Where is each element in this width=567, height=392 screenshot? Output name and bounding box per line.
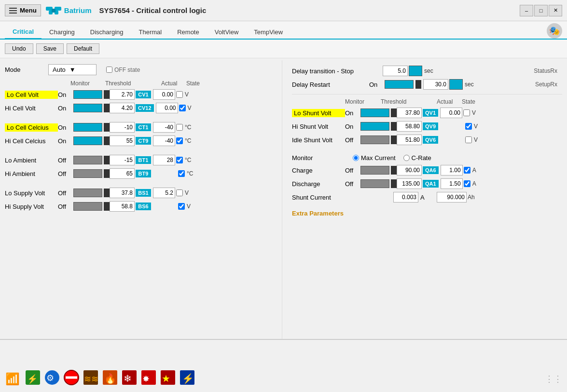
hi-cell-celsius-check[interactable] (176, 137, 183, 144)
hi-cell-volt-check[interactable] (179, 105, 186, 111)
lo-cell-volt-actual[interactable] (153, 89, 175, 100)
discharge-check[interactable] (464, 180, 470, 187)
lo-shunt-volt-check[interactable] (463, 109, 470, 116)
lo-supply-volt-actual[interactable] (153, 188, 175, 198)
wave-icon[interactable]: ≋≋ (82, 369, 99, 386)
default-button[interactable]: Default (67, 43, 99, 54)
hi-shunt-volt-check[interactable] (465, 123, 472, 130)
max-current-radio[interactable] (353, 155, 359, 161)
star-icon[interactable]: ★ (159, 369, 177, 386)
charge-threshold[interactable] (397, 165, 422, 176)
lightning-icon[interactable]: ⚡ (179, 369, 196, 386)
lo-cell-volt-threshold[interactable] (110, 89, 135, 100)
lo-ambient-bar[interactable] (73, 156, 102, 164)
lo-supply-volt-check[interactable] (176, 189, 183, 196)
lo-cell-volt-check[interactable] (176, 91, 183, 98)
tab-critical[interactable]: Critical (5, 25, 41, 40)
off-state-checkbox[interactable]: OFF state (106, 67, 140, 73)
lo-supply-volt-tag[interactable]: BS1 (136, 189, 151, 197)
c-rate-radio[interactable] (403, 155, 410, 161)
shunt-current-value1[interactable] (393, 192, 418, 203)
lo-cell-celsius-threshold[interactable] (110, 122, 135, 133)
hi-supply-volt-tag[interactable]: BS6 (136, 203, 151, 210)
hi-shunt-volt-bar[interactable] (360, 122, 389, 131)
wifi-icon[interactable]: 📶 (5, 369, 22, 386)
lo-ambient-threshold[interactable] (110, 155, 135, 165)
close-button[interactable]: ✕ (549, 5, 562, 16)
idle-shunt-volt-threshold[interactable] (397, 135, 422, 145)
hi-cell-celsius-threshold[interactable] (110, 135, 135, 146)
charge-tag[interactable]: QA6 (423, 166, 439, 174)
lo-supply-volt-bar[interactable] (73, 189, 102, 197)
lo-shunt-volt-threshold[interactable] (397, 108, 422, 118)
fire-icon[interactable]: 🔥 (101, 369, 119, 386)
c-rate-option[interactable]: C-Rate (403, 154, 431, 162)
hi-cell-volt-bar[interactable] (73, 104, 102, 112)
hi-cell-celsius-actual[interactable] (153, 135, 175, 146)
tab-tempview[interactable]: TempView (246, 26, 290, 39)
hi-supply-volt-bar[interactable] (73, 202, 102, 211)
hi-ambient-bar[interactable] (73, 169, 102, 178)
hi-cell-celsius-tag[interactable]: CT9 (136, 137, 151, 145)
hi-supply-volt-threshold[interactable] (110, 201, 135, 212)
lo-shunt-volt-bar[interactable] (360, 108, 389, 117)
lo-cell-celsius-bar[interactable] (73, 123, 102, 132)
discharge-actual[interactable] (441, 178, 463, 189)
c-rate-label: C-Rate (412, 154, 431, 162)
tab-thermal[interactable]: Thermal (131, 26, 170, 39)
stop-icon[interactable] (63, 369, 80, 386)
idle-shunt-volt-bar[interactable] (360, 135, 389, 144)
save-button[interactable]: Save (36, 43, 64, 54)
snowflake-icon[interactable]: ❄ (121, 369, 138, 386)
hi-cell-volt-threshold[interactable] (110, 103, 135, 113)
charge-actual[interactable] (441, 165, 463, 176)
lo-cell-celsius-tag[interactable]: CT1 (136, 123, 151, 131)
hi-shunt-volt-threshold[interactable] (397, 121, 422, 132)
tab-voltview[interactable]: VoltView (207, 26, 247, 39)
svg-rect-1 (55, 7, 61, 11)
discharge-tag[interactable]: QA1 (423, 180, 439, 188)
tab-discharging[interactable]: Discharging (83, 26, 131, 39)
lo-shunt-volt-tag[interactable]: QV1 (423, 109, 438, 117)
max-current-option[interactable]: Max Current (353, 154, 396, 162)
shunt-current-value2[interactable] (437, 192, 467, 203)
lo-cell-volt-tag[interactable]: CV1 (136, 91, 151, 98)
green-square-icon[interactable]: ⚡ (24, 369, 41, 386)
undo-button[interactable]: Undo (5, 43, 33, 54)
delay-restart-input[interactable] (423, 79, 448, 90)
hi-cell-celsius-bar[interactable] (73, 136, 102, 145)
settings-icon[interactable]: ⚙ (43, 369, 61, 386)
menu-button[interactable]: Menu (5, 4, 41, 16)
delay-stop-input[interactable] (383, 66, 408, 76)
lo-cell-celsius-check[interactable] (176, 124, 183, 131)
user-avatar[interactable]: 🎭 (547, 23, 562, 39)
hi-shunt-volt-tag[interactable]: QV9 (423, 122, 438, 130)
hi-ambient-threshold[interactable] (110, 168, 135, 179)
off-state-check[interactable] (106, 67, 112, 73)
minimize-button[interactable]: – (520, 5, 533, 16)
lo-shunt-volt-actual[interactable] (440, 108, 462, 118)
lo-cell-volt-bar[interactable] (73, 90, 102, 99)
hi-cell-volt-actual[interactable] (156, 103, 178, 113)
lo-ambient-check[interactable] (176, 157, 183, 163)
discharge-bar[interactable] (360, 179, 389, 188)
lo-cell-celsius-actual[interactable] (153, 122, 175, 133)
lo-supply-volt-threshold[interactable] (110, 188, 135, 198)
hi-supply-volt-check[interactable] (178, 203, 185, 210)
hi-shunt-volt-monitor (359, 122, 397, 131)
lo-ambient-tag[interactable]: BT1 (136, 156, 151, 164)
hi-cell-volt-tag[interactable]: CV12 (136, 104, 154, 112)
idle-shunt-volt-check[interactable] (465, 136, 472, 143)
maximize-button[interactable]: □ (534, 5, 548, 16)
hi-ambient-check[interactable] (178, 170, 185, 177)
lo-ambient-actual[interactable] (153, 155, 175, 165)
charge-check[interactable] (464, 167, 470, 174)
charge-bar[interactable] (360, 166, 389, 175)
warning-icon[interactable]: ✸ (140, 369, 157, 386)
idle-shunt-volt-tag[interactable]: QV6 (423, 136, 438, 144)
mode-select[interactable]: Auto ▼ (48, 64, 97, 75)
tab-remote[interactable]: Remote (169, 26, 207, 39)
tab-charging[interactable]: Charging (41, 26, 83, 39)
hi-ambient-tag[interactable]: BT9 (136, 170, 151, 177)
discharge-threshold[interactable] (397, 178, 422, 189)
